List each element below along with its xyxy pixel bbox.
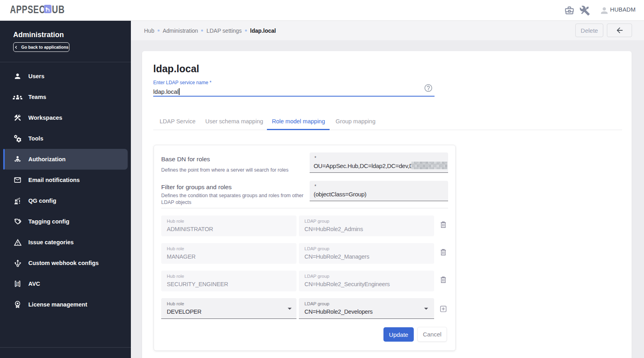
svg-text:01: 01 [16, 284, 20, 287]
